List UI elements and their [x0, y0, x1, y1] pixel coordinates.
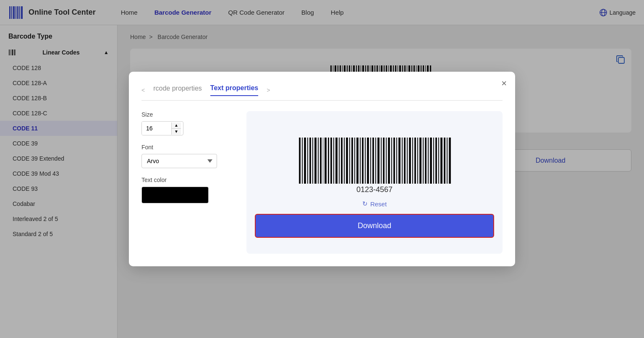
font-label: Font	[141, 144, 234, 151]
svg-rect-109	[425, 138, 427, 184]
reset-label: Reset	[370, 200, 387, 208]
svg-rect-77	[341, 138, 343, 184]
svg-rect-64	[307, 138, 308, 184]
svg-rect-113	[435, 138, 437, 184]
svg-rect-115	[440, 138, 442, 184]
svg-rect-76	[339, 138, 340, 184]
svg-rect-106	[417, 138, 418, 184]
modal-close-button[interactable]: ×	[501, 78, 507, 89]
reset-button[interactable]: ↻ Reset	[362, 200, 387, 208]
modal-overlay: × < rcode properties Text properties > S…	[0, 0, 644, 338]
modal-download-button[interactable]: Download	[255, 214, 494, 238]
svg-rect-83	[356, 138, 359, 184]
svg-rect-118	[449, 138, 451, 184]
svg-rect-85	[362, 138, 364, 184]
svg-rect-87	[367, 138, 369, 184]
svg-rect-65	[309, 138, 311, 184]
size-label: Size	[141, 111, 234, 118]
reset-icon: ↻	[362, 200, 368, 208]
size-input[interactable]	[142, 122, 171, 135]
modal-tab-text-properties[interactable]: Text properties	[210, 84, 258, 96]
svg-rect-89	[372, 138, 374, 184]
modal-tabs: < rcode properties Text properties >	[141, 84, 503, 101]
svg-rect-108	[423, 138, 424, 184]
svg-rect-68	[318, 138, 319, 184]
svg-rect-92	[381, 138, 382, 184]
svg-rect-112	[433, 138, 434, 184]
svg-rect-84	[360, 138, 361, 184]
svg-rect-82	[354, 138, 355, 184]
svg-rect-107	[419, 138, 421, 184]
svg-rect-66	[312, 138, 313, 184]
svg-rect-88	[370, 138, 371, 184]
modal-tab-next-arrow[interactable]: >	[267, 87, 270, 94]
svg-rect-114	[438, 138, 439, 184]
svg-rect-72	[328, 138, 329, 184]
size-increase-button[interactable]: ▲	[172, 122, 181, 129]
font-group: Font Arvo Arial Times New Roman Courier …	[141, 144, 234, 168]
svg-rect-67	[314, 138, 317, 184]
color-swatch	[142, 187, 208, 203]
svg-rect-105	[414, 138, 416, 184]
svg-rect-86	[365, 138, 366, 184]
size-decrease-button[interactable]: ▼	[172, 129, 181, 135]
svg-rect-100	[402, 138, 403, 184]
svg-rect-81	[351, 138, 353, 184]
svg-rect-93	[383, 138, 385, 184]
svg-rect-116	[444, 138, 445, 184]
size-input-wrap: ▲ ▼	[141, 121, 183, 135]
svg-rect-101	[404, 138, 406, 184]
svg-rect-97	[393, 138, 395, 184]
svg-rect-69	[320, 138, 322, 184]
svg-rect-110	[428, 138, 429, 184]
svg-rect-71	[325, 138, 327, 184]
modal-barcode-image: 0123-4567	[293, 135, 456, 196]
modal-content: Size ▲ ▼ Font Arvo Arial Times New R	[141, 111, 503, 254]
svg-rect-63	[304, 138, 306, 184]
svg-rect-99	[398, 138, 401, 184]
svg-rect-80	[349, 138, 350, 184]
modal-tab-prev-arrow[interactable]: <	[141, 87, 145, 94]
font-select[interactable]: Arvo Arial Times New Roman Courier New V…	[141, 154, 217, 168]
svg-rect-62	[302, 138, 303, 184]
svg-rect-75	[335, 138, 338, 184]
svg-rect-111	[430, 138, 432, 184]
svg-rect-70	[323, 138, 323, 184]
svg-rect-91	[377, 138, 380, 184]
modal-tab-barcode-properties[interactable]: rcode properties	[153, 85, 202, 96]
text-color-picker[interactable]	[141, 187, 209, 203]
svg-rect-103	[409, 138, 411, 184]
svg-rect-73	[330, 138, 332, 184]
svg-rect-79	[346, 138, 348, 184]
svg-rect-94	[386, 138, 387, 184]
modal-controls: Size ▲ ▼ Font Arvo Arial Times New R	[141, 111, 234, 254]
svg-rect-61	[299, 138, 301, 184]
text-color-group: Text color	[141, 177, 234, 203]
modal: × < rcode properties Text properties > S…	[129, 72, 515, 266]
svg-text:0123-4567: 0123-4567	[356, 185, 393, 194]
svg-rect-96	[391, 138, 392, 184]
modal-barcode-preview: 0123-4567 ↻ Reset Download	[246, 111, 503, 254]
svg-rect-90	[375, 138, 376, 184]
svg-rect-74	[333, 138, 334, 184]
svg-rect-95	[388, 138, 390, 184]
svg-rect-98	[396, 138, 397, 184]
svg-rect-117	[447, 138, 448, 184]
svg-rect-78	[344, 138, 345, 184]
text-color-label: Text color	[141, 177, 234, 183]
svg-rect-104	[412, 138, 413, 184]
svg-rect-102	[407, 138, 408, 184]
size-group: Size ▲ ▼	[141, 111, 234, 135]
